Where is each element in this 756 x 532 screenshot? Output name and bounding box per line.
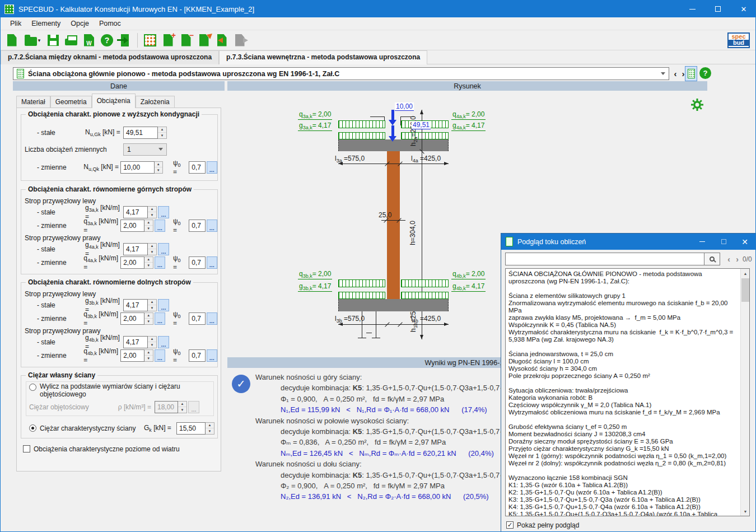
import-element-button[interactable] bbox=[213, 32, 231, 49]
calculation-log[interactable]: ŚCIANA OBCIĄŻONA GŁÓWNIE PIONOWO - metod… bbox=[505, 268, 750, 516]
q4ak-input[interactable]: 2,00 bbox=[120, 256, 144, 269]
psi0-more-button[interactable]: ... bbox=[207, 161, 217, 174]
g4ak-more-button[interactable]: ... bbox=[158, 243, 169, 255]
tab-material[interactable]: Materiał bbox=[16, 96, 50, 108]
psi0-input[interactable]: 0,7 bbox=[189, 161, 205, 174]
gk-spinner[interactable]: ▲▼ bbox=[206, 422, 214, 435]
tab-geometria[interactable]: Geometria bbox=[50, 96, 92, 108]
q4bk-more-button[interactable]: ... bbox=[155, 349, 165, 362]
popup-app-icon bbox=[506, 237, 513, 246]
psi0-q4a-more-button[interactable]: ... bbox=[207, 256, 217, 269]
popup-close-button[interactable]: ✕ bbox=[734, 234, 755, 250]
check-ok-icon: ✓ bbox=[232, 375, 250, 393]
open-caret-icon[interactable]: ▾ bbox=[38, 38, 41, 43]
menu-plik[interactable]: Plik bbox=[5, 18, 26, 29]
tab-sciana-wewnetrzna[interactable]: p.7.3.Ściana wewnętrzna - metoda podstaw… bbox=[219, 50, 427, 65]
print-button[interactable] bbox=[62, 32, 80, 49]
popup-scrollbar[interactable]: ▲ ▼ bbox=[740, 269, 749, 516]
detach-element-button[interactable] bbox=[231, 32, 249, 49]
scroll-up-icon[interactable]: ▲ bbox=[741, 269, 750, 278]
q4ak-spinner[interactable]: ▲▼ bbox=[144, 256, 153, 269]
menu-opcje[interactable]: Opcje bbox=[66, 18, 94, 29]
new-file-button[interactable] bbox=[3, 32, 21, 49]
save-button[interactable] bbox=[44, 32, 62, 49]
g3ak-more-button[interactable]: ... bbox=[158, 206, 169, 218]
nuqk-input[interactable]: 10,00 bbox=[120, 161, 154, 174]
prev-calculation-button[interactable]: ‹ bbox=[671, 67, 679, 80]
full-preview-checkbox[interactable]: ✓ bbox=[506, 521, 514, 529]
wylicz-radio[interactable] bbox=[29, 384, 36, 391]
scroll-down-icon[interactable]: ▼ bbox=[741, 507, 750, 516]
context-help-button[interactable]: ? bbox=[699, 67, 711, 79]
g4ak-input[interactable]: 4,17 bbox=[123, 243, 148, 255]
tab-sciana-miedzy-oknami[interactable]: p.7.2.Ściana między oknami - metoda pods… bbox=[1, 50, 219, 64]
maximize-button[interactable] bbox=[705, 1, 731, 17]
open-calculator-button[interactable] bbox=[685, 66, 697, 81]
g3ak-spinner[interactable]: ▲▼ bbox=[148, 206, 157, 218]
close-button[interactable]: ✕ bbox=[731, 1, 756, 17]
window-title: SPECBUD - Kalkulator Konstrukcji Murowyc… bbox=[18, 5, 254, 13]
tab-obciazenia[interactable]: Obciążenia bbox=[92, 94, 136, 108]
q3bk-input[interactable]: 2,00 bbox=[120, 312, 144, 325]
q4b-label: q4b,k= 2,00 bbox=[451, 270, 486, 279]
minimize-button[interactable] bbox=[679, 1, 705, 17]
menu-pomoc[interactable]: Pomoc bbox=[94, 18, 126, 29]
q3ak-label: - zmienne bbox=[37, 222, 83, 230]
q4bk-symbol: q4b,k [kN/m] = bbox=[83, 347, 120, 364]
search-button[interactable] bbox=[704, 253, 720, 265]
scrollbar-thumb[interactable] bbox=[741, 278, 749, 302]
g3bk-more-button[interactable]: ... bbox=[158, 299, 169, 311]
nuqk-spinner[interactable]: ▲▼ bbox=[155, 161, 164, 174]
add-element-button[interactable]: + bbox=[159, 32, 177, 49]
q3bk-spinner[interactable]: ▲▼ bbox=[144, 312, 153, 325]
stale-label: - stałe bbox=[37, 129, 85, 137]
psi0-q3a-input[interactable]: 0,7 bbox=[189, 220, 205, 232]
menu-elementy[interactable]: Elementy bbox=[26, 18, 66, 29]
popup-maximize-button[interactable] bbox=[713, 234, 734, 250]
nugk-spinner[interactable]: ▲▼ bbox=[158, 127, 167, 139]
psi0-q3b-input[interactable]: 0,7 bbox=[189, 312, 205, 325]
g4bk-spinner[interactable]: ▲▼ bbox=[148, 336, 157, 348]
psi0-q4a-input[interactable]: 0,7 bbox=[189, 256, 205, 269]
gk-input[interactable]: 15,50 bbox=[176, 422, 206, 435]
q4ak-more-button[interactable]: ... bbox=[155, 256, 165, 269]
q3ak-more-button[interactable]: ... bbox=[155, 220, 165, 232]
project-grid-button[interactable] bbox=[141, 32, 159, 49]
g3bk-spinner[interactable]: ▲▼ bbox=[148, 299, 157, 311]
exit-button[interactable] bbox=[116, 32, 134, 49]
psi0-q4b-input[interactable]: 0,7 bbox=[189, 349, 205, 362]
search-prev-button[interactable]: ‹ bbox=[725, 255, 733, 264]
nugk-input[interactable]: 49,51 bbox=[123, 127, 158, 139]
calculation-type-combobox[interactable]: Ściana obciążona głównie pionowo - metod… bbox=[13, 67, 669, 80]
q4bk-input[interactable]: 2,00 bbox=[120, 349, 144, 362]
g3ak-input[interactable]: 4,17 bbox=[123, 206, 148, 218]
q3ak-input[interactable]: 2,00 bbox=[120, 220, 144, 232]
group-ciezar-wlasny: Ciężar własny ściany Wylicz na podstawie… bbox=[21, 375, 218, 438]
group-gorne-title: Obciążenia charakt. równomierne górnych … bbox=[26, 185, 194, 193]
wind-checkbox[interactable] bbox=[23, 445, 30, 452]
toolbar-separator bbox=[137, 33, 138, 48]
g4bk-input[interactable]: 4,17 bbox=[123, 336, 148, 348]
tab-zalozenia[interactable]: Założenia bbox=[136, 96, 175, 108]
q4a-label: q4a,k= 2,00 bbox=[451, 110, 486, 120]
q3bk-more-button[interactable]: ... bbox=[155, 312, 165, 325]
popup-minimize-button[interactable] bbox=[692, 234, 713, 250]
g4ak-spinner[interactable]: ▲▼ bbox=[148, 243, 157, 255]
psi0-q4b-more-button[interactable]: ... bbox=[207, 349, 217, 362]
copy-element-button[interactable] bbox=[195, 32, 213, 49]
help-button[interactable]: ? bbox=[98, 32, 116, 49]
g4bk-more-button[interactable]: ... bbox=[158, 336, 169, 348]
remove-element-button[interactable]: − bbox=[177, 32, 195, 49]
liczba-dropdown[interactable]: 1 bbox=[123, 143, 167, 156]
psi0-q3b-more-button[interactable]: ... bbox=[207, 312, 217, 325]
search-input[interactable] bbox=[505, 253, 704, 265]
drawing-settings-gear-icon[interactable] bbox=[691, 99, 703, 111]
export-word-button[interactable]: W bbox=[80, 32, 98, 49]
psi0-q3a-more-button[interactable]: ... bbox=[207, 220, 217, 232]
q3ak-spinner[interactable]: ▲▼ bbox=[144, 220, 153, 232]
g3bk-input[interactable]: 4,17 bbox=[123, 299, 148, 311]
ciezar-char-radio[interactable] bbox=[29, 424, 36, 432]
open-file-button[interactable]: ▾ bbox=[21, 32, 44, 49]
q4bk-spinner[interactable]: ▲▼ bbox=[144, 349, 153, 362]
search-next-button[interactable]: › bbox=[733, 255, 741, 264]
